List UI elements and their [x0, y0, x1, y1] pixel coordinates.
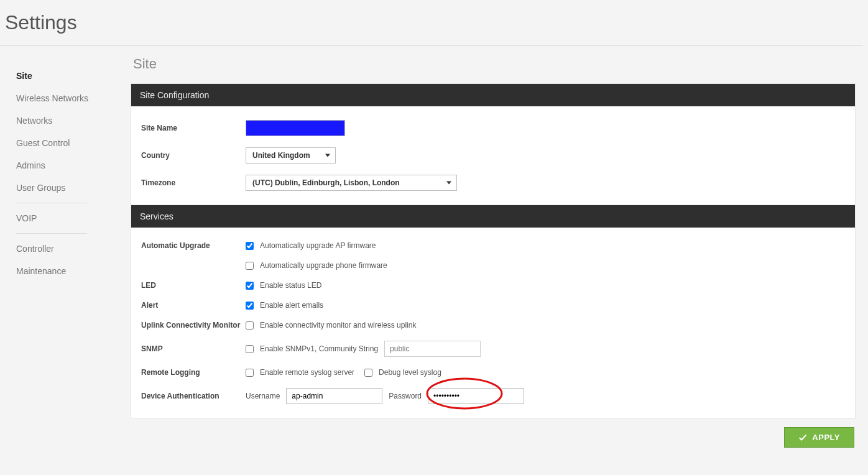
checkbox-led[interactable]: [246, 282, 254, 290]
label-automatic-upgrade: Automatic Upgrade: [141, 241, 246, 250]
text-auto-upgrade-ap: Automatically upgrade AP firmware: [260, 241, 376, 250]
label-device-authentication: Device Authentication: [141, 392, 246, 400]
checkbox-remote-syslog[interactable]: [246, 369, 254, 377]
sidebar-item-admins[interactable]: Admins: [16, 154, 112, 177]
label-country: Country: [141, 151, 246, 160]
timezone-select-value: (UTC) Dublin, Edinburgh, Lisbon, London: [252, 178, 400, 187]
text-auto-upgrade-phone: Automatically upgrade phone firmware: [260, 261, 387, 270]
checkbox-snmp[interactable]: [246, 345, 254, 353]
text-alert: Enable alert emails: [260, 301, 323, 310]
sidebar-item-site[interactable]: Site: [16, 65, 112, 87]
password-input[interactable]: [428, 388, 524, 404]
checkbox-debug-syslog[interactable]: [364, 369, 372, 377]
label-username: Username: [246, 392, 280, 400]
page-title: Settings: [0, 0, 863, 46]
panel-services: Services Automatic Upgrade Automatically…: [131, 205, 856, 418]
label-site-name: Site Name: [141, 124, 246, 132]
panel-header-services: Services: [131, 205, 855, 228]
apply-button[interactable]: APPLY: [784, 427, 854, 448]
panel-header-site-configuration: Site Configuration: [131, 84, 855, 106]
checkbox-auto-upgrade-ap[interactable]: [246, 242, 254, 250]
settings-sidebar: Site Wireless Networks Networks Guest Co…: [0, 53, 118, 448]
timezone-select[interactable]: (UTC) Dublin, Edinburgh, Lisbon, London: [246, 175, 457, 191]
label-timezone: Timezone: [141, 178, 246, 187]
text-snmp: Enable SNMPv1, Community String: [260, 344, 378, 353]
apply-button-label: APPLY: [812, 433, 840, 442]
text-debug-syslog: Debug level syslog: [379, 368, 441, 377]
sidebar-item-controller[interactable]: Controller: [16, 238, 112, 260]
text-led: Enable status LED: [260, 281, 321, 290]
sidebar-item-user-groups[interactable]: User Groups: [16, 177, 112, 199]
country-select-value: United Kingdom: [252, 151, 310, 160]
checkbox-auto-upgrade-phone[interactable]: [246, 262, 254, 270]
text-remote-syslog: Enable remote syslog server: [260, 368, 354, 377]
chevron-down-icon: [446, 182, 451, 185]
country-select[interactable]: United Kingdom: [246, 147, 336, 164]
label-led: LED: [141, 281, 246, 290]
site-name-input[interactable]: [246, 120, 345, 136]
sidebar-item-maintenance[interactable]: Maintenance: [16, 260, 112, 282]
section-title: Site: [133, 56, 856, 72]
sidebar-item-voip[interactable]: VOIP: [16, 207, 112, 229]
sidebar-item-wireless-networks[interactable]: Wireless Networks: [16, 87, 112, 109]
sidebar-item-networks[interactable]: Networks: [16, 109, 112, 132]
sidebar-divider: [16, 203, 87, 203]
check-icon: [798, 433, 807, 442]
label-snmp: SNMP: [141, 344, 246, 353]
label-uplink-monitor: Uplink Connectivity Monitor: [141, 321, 246, 330]
text-uplink: Enable connectivity monitor and wireless…: [260, 321, 416, 330]
checkbox-alert[interactable]: [246, 302, 254, 310]
chevron-down-icon: [325, 154, 330, 157]
label-alert: Alert: [141, 301, 246, 310]
sidebar-divider: [16, 233, 87, 234]
snmp-community-input[interactable]: [384, 341, 481, 357]
panel-site-configuration: Site Configuration Site Name Country Uni…: [131, 83, 856, 205]
label-password: Password: [389, 392, 422, 400]
sidebar-item-guest-control[interactable]: Guest Control: [16, 132, 112, 154]
label-remote-logging: Remote Logging: [141, 368, 246, 377]
checkbox-uplink[interactable]: [246, 321, 254, 330]
username-input[interactable]: [286, 388, 382, 404]
